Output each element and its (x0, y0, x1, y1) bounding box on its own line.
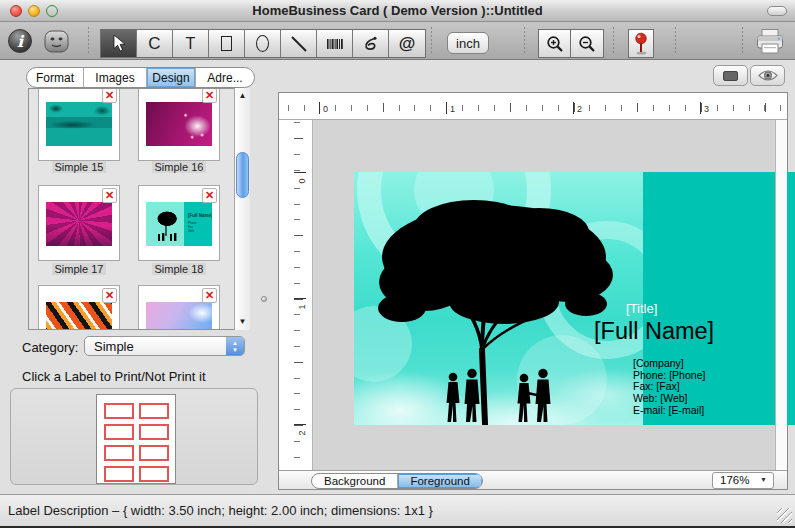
remove-design-icon[interactable]: ✕ (102, 288, 117, 303)
design-thumbnail-list: ✕ ✕ Simple 15 Simple 16 ✕ [Full Name] Ph… (28, 88, 250, 330)
web-value: [Web] (660, 392, 687, 404)
toolbar-separator (524, 27, 525, 55)
ink-tool-button[interactable] (353, 30, 389, 57)
toolbar-toggle-lozenge[interactable] (767, 6, 787, 16)
remove-design-icon[interactable]: ✕ (102, 88, 117, 103)
thumbnail-row3-right[interactable]: ✕ (138, 285, 220, 330)
unit-inch-button[interactable]: inch (447, 32, 489, 54)
ruler-number: 2 (577, 104, 582, 114)
toolbar-separator (431, 27, 432, 55)
barcode-tool-button[interactable] (317, 30, 353, 57)
category-dropdown[interactable]: Simple ▲▼ (84, 336, 245, 356)
thumbnail-row3-left[interactable]: ✕ (38, 285, 120, 330)
canvas-background: [Full Name] (313, 120, 775, 470)
canvas-vertical-scrollbar[interactable] (775, 120, 787, 470)
panel-splitter-grip[interactable] (261, 296, 267, 302)
thumbnail-image (46, 102, 112, 146)
fax-value: [Fax] (656, 380, 679, 392)
rotate-icon: C (148, 34, 160, 54)
printer-icon (754, 28, 786, 56)
zoom-out-button[interactable] (571, 29, 604, 58)
window-title: HomeBusiness Card ( Demo Version )::Unti… (0, 3, 795, 18)
label-cell[interactable] (104, 424, 134, 440)
layer-tab-background[interactable]: Background (312, 474, 398, 488)
ink-icon (362, 35, 380, 53)
label-cell[interactable] (139, 424, 169, 440)
label-cell[interactable] (139, 445, 169, 461)
fax-label: Fax: (633, 380, 653, 392)
zoom-button-group (538, 29, 604, 58)
zoom-level-value: 176% (720, 474, 749, 486)
show-card-frame-button[interactable] (713, 65, 748, 86)
layer-segmented-control: Background Foreground (311, 473, 483, 489)
thumbnail-simple-16[interactable]: ✕ (138, 88, 220, 161)
scrollbar-thumb[interactable] (236, 152, 249, 198)
zoom-out-icon (577, 34, 597, 54)
svg-text:Web: Web (188, 229, 194, 233)
barcode-icon (326, 37, 344, 51)
email-label: E-mail: (633, 404, 666, 416)
tab-images[interactable]: Images (84, 68, 147, 87)
thumbnail-scrollbar[interactable]: ▲ ▼ (234, 88, 250, 330)
line-tool-button[interactable] (281, 30, 317, 57)
card-artwork-zone: [Full Name] (354, 172, 643, 425)
rectangle-tool-button[interactable] (209, 30, 245, 57)
label-cell[interactable] (104, 445, 134, 461)
rectangle-icon (221, 36, 232, 51)
print-button[interactable] (754, 28, 786, 59)
phone-label: Phone: (633, 369, 666, 381)
mask-button[interactable] (43, 29, 70, 57)
info-button[interactable]: i (8, 29, 32, 53)
remove-design-icon[interactable]: ✕ (202, 188, 217, 203)
window-resize-grip[interactable] (777, 508, 792, 523)
card-contact-block[interactable]: [Company] Phone: [Phone] Fax: [Fax] Web:… (633, 358, 705, 417)
business-card[interactable]: [Full Name] (354, 172, 795, 425)
remove-design-icon[interactable]: ✕ (202, 88, 217, 103)
label-cell[interactable] (104, 466, 134, 482)
inspector-tabbar: Format Images Design Adre... (26, 67, 255, 88)
tab-address[interactable]: Adre... (196, 68, 254, 87)
ruler-number: 3 (704, 104, 709, 114)
eye-icon (757, 68, 779, 83)
ruler-number: 1 (450, 104, 455, 114)
label-cell[interactable] (104, 403, 134, 419)
line-icon (290, 35, 308, 53)
phone-value: [Phone] (669, 369, 705, 381)
thumbnail-image (146, 302, 212, 330)
layer-tab-foreground[interactable]: Foreground (398, 474, 481, 488)
preview-button[interactable] (750, 65, 785, 86)
thumbnail-image (46, 302, 112, 330)
remove-design-icon[interactable]: ✕ (202, 288, 217, 303)
mask-icon (43, 29, 70, 54)
select-tool-button[interactable] (101, 30, 137, 57)
map-pin-button[interactable] (628, 29, 654, 58)
thumbnail-simple-18[interactable]: [Full Name] Phone Fax Web ✕ (138, 185, 220, 261)
label-cell[interactable] (139, 403, 169, 419)
category-label: Category: (22, 340, 78, 355)
zoom-in-button[interactable] (538, 29, 571, 58)
label-cell[interactable] (139, 466, 169, 482)
label-sheet-page (96, 394, 176, 484)
tab-format[interactable]: Format (27, 68, 84, 87)
thumbnail-image: [Full Name] Phone Fax Web (146, 202, 212, 246)
toolbar-separator (675, 27, 676, 55)
label-print-hint: Click a Label to Print/Not Print it (22, 369, 206, 384)
thumbnail-simple-17[interactable]: ✕ (38, 185, 120, 261)
stepper-arrows-icon[interactable]: ▲▼ (226, 337, 244, 355)
card-title-placeholder[interactable]: [Title] (626, 301, 657, 316)
oval-tool-button[interactable] (245, 30, 281, 57)
text-tool-button[interactable]: T (173, 30, 209, 57)
card-canvas: 0 1 2 3 0 1 2 [Full Name] (278, 92, 788, 490)
scroll-up-icon[interactable]: ▲ (235, 88, 250, 104)
thumbnail-simple-15[interactable]: ✕ (38, 88, 120, 161)
remove-design-icon[interactable]: ✕ (102, 188, 117, 203)
email-tool-button[interactable]: @ (389, 30, 425, 57)
select-arrow-icon (112, 35, 126, 52)
scroll-down-icon[interactable]: ▼ (235, 314, 250, 330)
rotate-tool-button[interactable]: C (137, 30, 173, 57)
zoom-level-dropdown[interactable]: 176% ▼ (712, 472, 774, 489)
label-sheet-box (10, 388, 258, 485)
tab-design[interactable]: Design (147, 68, 196, 87)
card-fullname-placeholder[interactable]: [Full Name] (594, 318, 714, 345)
label-description-text: Label Description – { width: 3.50 inch; … (8, 503, 433, 518)
